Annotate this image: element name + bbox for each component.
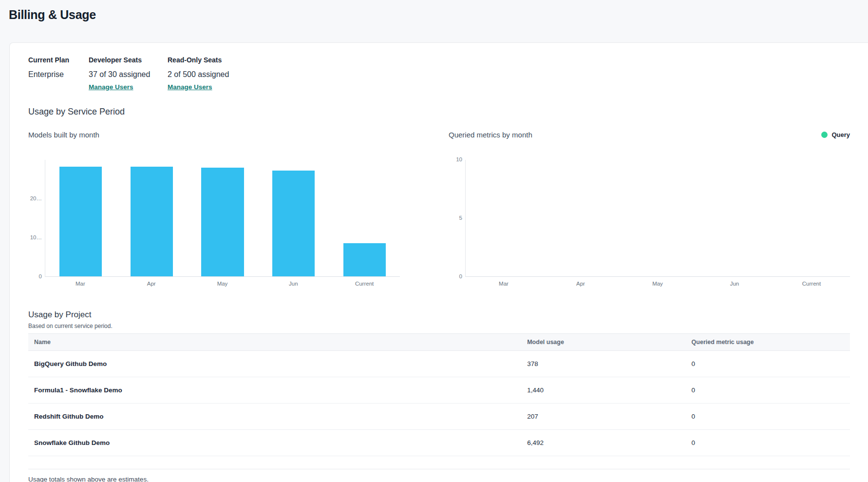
x-axis-label-may: May [187,281,258,287]
read-only-seats-label: Read-Only Seats [168,56,229,64]
queried-metric-usage-cell: 0 [686,404,850,430]
column-header-model-usage: Model usage [521,334,685,351]
queried-metrics-x-axis: MarAprMayJunCurrent [465,277,850,287]
queried-metric-usage-cell: 0 [686,377,850,404]
read-only-seats-value: 2 of 500 assigned [168,70,229,79]
project-name-cell: Formula1 - Snowflake Demo [28,377,521,404]
bar-slot-mar [45,160,116,276]
bar-slot-jun [258,160,329,276]
y-axis-tick: 0 [39,273,42,279]
project-name-cell: Redshift Github Demo [28,404,521,430]
y-axis-tick: 10 [456,156,462,162]
queried-metrics-chart: Queried metrics by month Query 10 5 0 Ma… [449,130,850,287]
table-row: Redshift Github Demo2070 [28,404,850,430]
x-axis-label-mar: Mar [45,281,116,287]
y-axis-tick: 0 [459,273,462,279]
y-axis-tick: 5 [459,215,462,221]
x-axis-label-current: Current [329,281,400,287]
charts-row: Models built by month 20… 10… 0 MarAprMa… [28,130,850,287]
service-period-section-title: Usage by Service Period [28,107,850,117]
bar-current[interactable] [343,243,386,277]
table-end-divider [28,456,850,469]
x-axis-label-apr: Apr [116,281,187,287]
developer-seats-value: 37 of 30 assigned [89,70,168,79]
x-axis-label-may: May [619,281,696,287]
bar-slot-current [773,160,850,276]
x-axis-label-jun: Jun [696,281,773,287]
x-axis-label-mar: Mar [465,281,542,287]
current-plan-label: Current Plan [28,56,89,64]
developer-seats-label: Developer Seats [89,56,168,64]
bar-slot-current [329,160,400,276]
models-built-chart-header: Models built by month [28,130,400,139]
queried-metrics-plot: 10 5 0 [465,160,850,277]
queried-metrics-bars [466,160,850,276]
models-built-chart: Models built by month 20… 10… 0 MarAprMa… [28,130,400,287]
bar-slot-may [620,160,697,276]
bar-slot-apr [543,160,620,276]
bar-jun[interactable] [272,171,315,276]
developer-seats-block: Developer Seats 37 of 30 assigned Manage… [89,56,168,91]
y-axis-tick: 10… [30,234,42,240]
billing-usage-page: Billing & Usage Current Plan Enterprise … [0,0,868,482]
page-header: Billing & Usage [0,0,868,42]
read-only-seats-block: Read-Only Seats 2 of 500 assigned Manage… [168,56,229,91]
legend-label: Query [831,131,850,138]
queried-metrics-chart-title: Queried metrics by month [449,131,532,139]
legend-query[interactable]: Query [821,131,850,138]
bar-may[interactable] [201,168,244,276]
usage-by-project-table: Name Model usage Queried metric usage Bi… [28,333,850,456]
model-usage-cell: 207 [521,404,685,430]
bar-apr[interactable] [131,167,173,276]
billing-card: Current Plan Enterprise Developer Seats … [9,42,868,482]
bar-slot-apr [116,160,188,276]
current-plan-block: Current Plan Enterprise [28,56,89,91]
current-plan-value: Enterprise [28,70,89,79]
legend-dot-icon [821,132,828,138]
model-usage-cell: 1,440 [521,377,685,404]
usage-estimates-footnote: Usage totals shown above are estimates. [28,476,850,482]
models-built-x-axis: MarAprMayJunCurrent [45,277,400,287]
x-axis-label-apr: Apr [542,281,619,287]
bar-mar[interactable] [59,167,102,276]
manage-users-link-read-only[interactable]: Manage Users [168,83,212,91]
queried-metric-usage-cell: 0 [686,430,850,456]
models-built-bars [45,160,400,276]
x-axis-label-jun: Jun [258,281,329,287]
column-header-queried-metric-usage: Queried metric usage [686,334,850,351]
project-name-cell: BigQuery Github Demo [28,351,521,377]
x-axis-label-current: Current [773,281,850,287]
y-axis-tick: 20… [30,195,42,201]
model-usage-cell: 6,492 [521,430,685,456]
page-title: Billing & Usage [9,8,868,22]
queried-metric-usage-cell: 0 [686,351,850,377]
bar-slot-mar [466,160,543,276]
queried-metrics-chart-header: Queried metrics by month Query [449,130,850,139]
column-header-name: Name [28,334,521,351]
model-usage-cell: 378 [521,351,685,377]
manage-users-link-developer[interactable]: Manage Users [89,83,133,91]
table-row: Formula1 - Snowflake Demo1,4400 [28,377,850,404]
table-row: BigQuery Github Demo3780 [28,351,850,377]
project-name-cell: Snowflake Github Demo [28,430,521,456]
bar-slot-may [187,160,258,276]
table-header: Name Model usage Queried metric usage [28,334,850,351]
models-built-chart-title: Models built by month [28,131,99,139]
bar-slot-jun [696,160,773,276]
models-built-plot: 20… 10… 0 [45,160,400,277]
plan-summary: Current Plan Enterprise Developer Seats … [28,56,850,91]
table-row: Snowflake Github Demo6,4920 [28,430,850,456]
project-section-subtitle: Based on current service period. [28,323,850,329]
project-section-title: Usage by Project [28,310,850,320]
